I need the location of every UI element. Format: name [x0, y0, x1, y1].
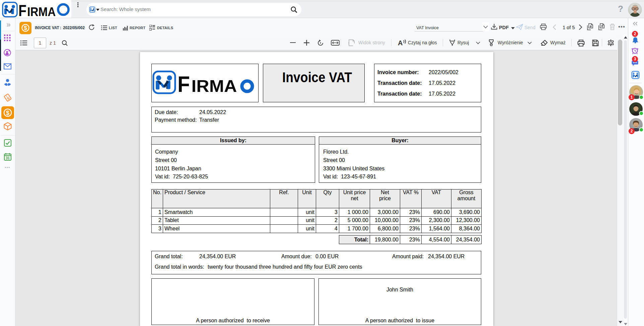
svg-text:A: A	[398, 39, 403, 47]
svg-text:F: F	[18, 2, 26, 18]
svg-text:IRMA: IRMA	[27, 5, 56, 18]
svg-text:31: 31	[6, 156, 10, 160]
svg-text:F: F	[177, 72, 190, 97]
svg-text:IRMA: IRMA	[192, 77, 237, 96]
svg-text:$: $	[24, 25, 27, 31]
svg-text:$: $	[6, 110, 9, 116]
